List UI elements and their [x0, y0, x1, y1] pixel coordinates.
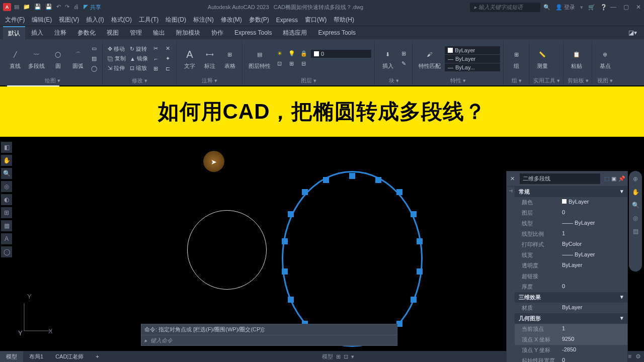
mirror-button[interactable]: ▲ 镜像: [129, 54, 149, 63]
close-button[interactable]: ✕: [636, 4, 641, 11]
prop-vertex-y[interactable]: -2850: [560, 346, 627, 354]
qat-redo-icon[interactable]: ↷: [65, 4, 69, 11]
grip[interactable]: [396, 189, 403, 195]
ribbon-collapse-icon[interactable]: ◪▾: [624, 29, 641, 36]
prop-color[interactable]: ByLayer: [560, 199, 627, 206]
grip[interactable]: [417, 238, 423, 244]
tab-manage[interactable]: 管理: [125, 27, 147, 39]
help-icon[interactable]: ❔: [600, 4, 607, 11]
nav-orbit-icon[interactable]: ◎: [630, 213, 640, 223]
palette-pin-icon[interactable]: 📌: [618, 175, 625, 182]
status-lwt-icon[interactable]: ≡: [628, 353, 631, 360]
grip[interactable]: [288, 297, 294, 303]
section-3d[interactable]: 三维效果▾: [515, 292, 627, 303]
tab-featured[interactable]: 精选应用: [278, 27, 312, 39]
steer-icon[interactable]: ◐: [1, 194, 12, 205]
scale-button[interactable]: ⊡ 缩放: [129, 64, 149, 72]
table-button[interactable]: ⊞表格: [221, 46, 239, 71]
status-grid-icon[interactable]: ⊞: [336, 353, 341, 360]
menu-tools[interactable]: 工具(T): [139, 16, 158, 24]
prop-linetype[interactable]: —— ByLayer: [560, 220, 627, 227]
status-model-button[interactable]: 模型: [322, 353, 333, 360]
prop-thickness[interactable]: 0: [560, 283, 627, 291]
move-button[interactable]: ✥ 移动: [107, 45, 127, 53]
circle-object[interactable]: [187, 210, 267, 290]
measure-button[interactable]: 📏测量: [533, 46, 551, 71]
lweight-dropdown[interactable]: — ByLayer: [445, 55, 500, 63]
color-dropdown[interactable]: ByLayer: [445, 46, 500, 54]
ltype-dropdown[interactable]: — ByLay...: [445, 63, 500, 71]
prop-current-vertex[interactable]: 1: [560, 325, 627, 333]
grip[interactable]: [282, 268, 288, 275]
palette-close-icon[interactable]: ✕: [509, 175, 516, 182]
palette-prev-icon[interactable]: ⊣: [509, 189, 513, 194]
insert-block-button[interactable]: ⬇插入: [379, 46, 397, 71]
cart-icon[interactable]: 🛒: [588, 4, 595, 11]
qat-save-icon[interactable]: 💾: [34, 4, 41, 11]
menu-help[interactable]: 帮助(H): [334, 16, 354, 24]
nav-zoom-icon[interactable]: 🔍: [630, 200, 640, 210]
section-geometry[interactable]: 几何图形▾: [515, 313, 627, 324]
section-general[interactable]: 常规▾: [515, 187, 627, 197]
menu-view[interactable]: 视图(V): [59, 16, 79, 24]
menu-format[interactable]: 格式(O): [111, 16, 132, 24]
qat-saveas-icon[interactable]: 💾: [45, 4, 52, 11]
circle-tool-icon[interactable]: ◯: [1, 246, 12, 257]
tab-collab[interactable]: 协作: [206, 27, 228, 39]
minimize-button[interactable]: —: [610, 4, 616, 11]
tab-add[interactable]: +: [90, 352, 105, 361]
qat-undo-icon[interactable]: ↶: [56, 4, 61, 11]
show-icon[interactable]: ⊞: [1, 207, 12, 218]
tab-teacher[interactable]: CAD江老师: [49, 351, 90, 362]
menu-param[interactable]: 参数(P): [249, 16, 269, 24]
prop-layer[interactable]: 0: [560, 209, 627, 217]
menu-file[interactable]: 文件(F): [5, 16, 25, 24]
grip[interactable]: [417, 268, 423, 275]
menu-draw[interactable]: 绘图(D): [166, 16, 186, 24]
status-more-icon[interactable]: ▾: [351, 353, 354, 360]
nav-show-icon[interactable]: ▤: [630, 226, 640, 236]
prop-material[interactable]: ByLayer: [560, 304, 627, 312]
grip[interactable]: [375, 177, 381, 183]
hatch-icon[interactable]: ▨: [89, 54, 99, 63]
object-type-dropdown[interactable]: 二维多段线: [520, 173, 600, 184]
prop-start-width[interactable]: 0: [560, 357, 627, 362]
copy-button[interactable]: ⿻ 复制: [107, 54, 127, 63]
offset-icon[interactable]: ⊏: [163, 64, 173, 73]
polyline-button[interactable]: 〰多段线: [26, 46, 47, 71]
erase-icon[interactable]: ✕: [163, 44, 173, 53]
grip[interactable]: [349, 173, 355, 179]
menu-window[interactable]: 窗口(W): [305, 16, 327, 24]
grip[interactable]: [411, 297, 417, 303]
paste-button[interactable]: 📋粘贴: [568, 46, 586, 71]
tab-default[interactable]: 默认: [3, 26, 25, 40]
circle-button[interactable]: ◯圆: [49, 46, 67, 71]
tab-parametric[interactable]: 参数化: [72, 27, 101, 39]
tab-addins[interactable]: 附加模块: [171, 27, 205, 39]
layer-off-icon[interactable]: ⊞: [287, 59, 297, 68]
layer-freeze-icon[interactable]: 💡: [287, 49, 297, 58]
prop-vertex-x[interactable]: 9250: [560, 336, 627, 343]
menu-modify[interactable]: 修改(M): [221, 16, 242, 24]
command-line[interactable]: 命令: 指定对角点或 [栏选(F)/圈围(WP)/圈交(CP)]: ▸ 键入命令: [141, 324, 397, 346]
grip[interactable]: [323, 177, 329, 183]
edit-block-icon[interactable]: ✎: [399, 59, 409, 68]
prop-hyperlink[interactable]: [560, 273, 627, 280]
select-objects-icon[interactable]: ▣: [611, 175, 616, 182]
explode-icon[interactable]: ✦: [163, 54, 173, 63]
tab-express2[interactable]: Express Tools: [313, 27, 360, 38]
layer-match-icon[interactable]: ⊟: [299, 59, 309, 68]
arc-button[interactable]: ⌒圆弧: [69, 46, 87, 71]
status-snap-icon[interactable]: ⊡: [344, 353, 348, 360]
trim-icon[interactable]: ✂: [151, 44, 161, 53]
rotate-button[interactable]: ↻ 旋转: [129, 45, 149, 53]
menu-dim[interactable]: 标注(N): [193, 16, 214, 24]
stretch-button[interactable]: ⇲ 拉伸: [107, 64, 127, 72]
login-button[interactable]: 👤 登录: [555, 4, 575, 11]
grip[interactable]: [288, 211, 294, 217]
fillet-icon[interactable]: ⌐: [151, 54, 161, 63]
ellipse-icon[interactable]: ◯: [89, 64, 99, 73]
rect-icon[interactable]: ▭: [89, 44, 99, 53]
array-icon[interactable]: ⊞: [151, 64, 161, 73]
menu-insert[interactable]: 插入(I): [86, 16, 104, 24]
